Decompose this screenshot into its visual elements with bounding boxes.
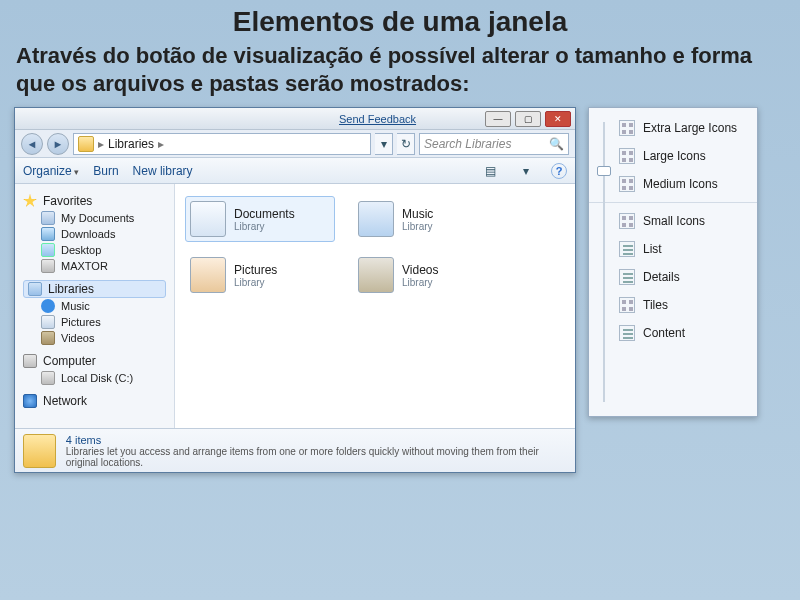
sidebar-item-label: My Documents <box>61 212 134 224</box>
sidebar-item-downloads[interactable]: Downloads <box>23 226 166 242</box>
details-icon <box>619 269 635 285</box>
library-name: Documents <box>234 207 295 221</box>
library-subtitle: Library <box>402 221 433 232</box>
view-size-slider[interactable] <box>597 118 611 406</box>
sidebar-item-label: Music <box>61 300 90 312</box>
content-icon <box>619 325 635 341</box>
sidebar-favorites-header[interactable]: Favorites <box>23 192 166 210</box>
view-option-extra-large-icons[interactable]: Extra Large Icons <box>615 114 753 142</box>
view-option-label: Tiles <box>643 298 668 312</box>
breadcrumb-sep: ▸ <box>98 137 104 151</box>
content-pane[interactable]: DocumentsLibrary MusicLibrary PicturesLi… <box>175 184 575 428</box>
refresh-button[interactable]: ↻ <box>397 133 415 155</box>
music-library-icon <box>358 201 394 237</box>
search-placeholder: Search Libraries <box>424 137 511 151</box>
sidebar-computer-header[interactable]: Computer <box>23 352 166 370</box>
network-icon <box>23 394 37 408</box>
desktop-icon <box>41 243 55 257</box>
drive-icon <box>41 259 55 273</box>
library-name: Pictures <box>234 263 277 277</box>
view-option-tiles[interactable]: Tiles <box>615 291 753 319</box>
view-option-label: List <box>643 242 662 256</box>
videos-icon <box>41 331 55 345</box>
folder-icon <box>78 136 94 152</box>
sidebar-item-my-documents[interactable]: My Documents <box>23 210 166 226</box>
view-option-content[interactable]: Content <box>615 319 753 347</box>
view-option-label: Details <box>643 270 680 284</box>
nav-back-button[interactable]: ◄ <box>21 133 43 155</box>
sidebar-item-desktop[interactable]: Desktop <box>23 242 166 258</box>
drive-icon <box>41 371 55 385</box>
tiles-icon <box>619 297 635 313</box>
address-bar[interactable]: ▸ Libraries ▸ <box>73 133 371 155</box>
favorites-label: Favorites <box>43 194 92 208</box>
view-option-label: Content <box>643 326 685 340</box>
search-icon: 🔍 <box>549 137 564 151</box>
send-feedback-link[interactable]: Send Feedback <box>339 113 416 125</box>
library-item-documents[interactable]: DocumentsLibrary <box>185 196 335 242</box>
sidebar-item-local-disk[interactable]: Local Disk (C:) <box>23 370 166 386</box>
videos-library-icon <box>358 257 394 293</box>
address-dropdown-button[interactable]: ▾ <box>375 133 393 155</box>
sidebar-item-label: Pictures <box>61 316 101 328</box>
library-subtitle: Library <box>402 277 438 288</box>
view-option-details[interactable]: Details <box>615 263 753 291</box>
maximize-button[interactable]: ▢ <box>515 111 541 127</box>
computer-label: Computer <box>43 354 96 368</box>
medium-icons-icon <box>619 176 635 192</box>
sidebar-item-music[interactable]: Music <box>23 298 166 314</box>
new-library-button[interactable]: New library <box>133 164 193 178</box>
sidebar-item-videos[interactable]: Videos <box>23 330 166 346</box>
view-option-label: Medium Icons <box>643 177 718 191</box>
slide-description: Através do botão de visualização é possí… <box>0 42 800 107</box>
view-mode-dropdown[interactable]: ▾ <box>515 162 537 180</box>
library-name: Music <box>402 207 433 221</box>
view-option-label: Large Icons <box>643 149 706 163</box>
slide-title: Elementos de uma janela <box>0 0 800 42</box>
sidebar-item-label: Videos <box>61 332 94 344</box>
nav-forward-button[interactable]: ► <box>47 133 69 155</box>
libraries-icon <box>28 282 42 296</box>
sidebar-item-label: Desktop <box>61 244 101 256</box>
view-option-list[interactable]: List <box>615 235 753 263</box>
view-mode-button[interactable]: ▤ <box>479 162 501 180</box>
folder-icon <box>23 434 56 468</box>
library-name: Videos <box>402 263 438 277</box>
library-item-music[interactable]: MusicLibrary <box>353 196 503 242</box>
libraries-label: Libraries <box>48 282 94 296</box>
help-button[interactable]: ? <box>551 163 567 179</box>
sidebar-libraries-header[interactable]: Libraries <box>23 280 166 298</box>
documents-library-icon <box>190 201 226 237</box>
large-icons-icon <box>619 148 635 164</box>
search-input[interactable]: Search Libraries 🔍 <box>419 133 569 155</box>
library-item-videos[interactable]: VideosLibrary <box>353 252 503 298</box>
view-option-small-icons[interactable]: Small Icons <box>615 207 753 235</box>
sidebar-item-label: Downloads <box>61 228 115 240</box>
breadcrumb-sep: ▸ <box>158 137 164 151</box>
pictures-library-icon <box>190 257 226 293</box>
breadcrumb-root[interactable]: Libraries <box>108 137 154 151</box>
view-option-label: Extra Large Icons <box>643 121 737 135</box>
library-subtitle: Library <box>234 277 277 288</box>
library-item-pictures[interactable]: PicturesLibrary <box>185 252 335 298</box>
address-bar-row: ◄ ► ▸ Libraries ▸ ▾ ↻ Search Libraries 🔍 <box>15 130 575 158</box>
view-option-medium-icons[interactable]: Medium Icons <box>615 170 753 198</box>
computer-icon <box>23 354 37 368</box>
status-bar: 4 items Libraries let you access and arr… <box>15 428 575 472</box>
close-button[interactable]: ✕ <box>545 111 571 127</box>
sidebar-item-label: Local Disk (C:) <box>61 372 133 384</box>
sidebar-item-label: MAXTOR <box>61 260 108 272</box>
organize-button[interactable]: Organize <box>23 164 79 178</box>
view-options-menu: Extra Large Icons Large Icons Medium Ico… <box>588 107 758 417</box>
sidebar-network-header[interactable]: Network <box>23 392 166 410</box>
minimize-button[interactable]: — <box>485 111 511 127</box>
sidebar-item-maxtor[interactable]: MAXTOR <box>23 258 166 274</box>
star-icon <box>23 194 37 208</box>
status-description: Libraries let you access and arrange ite… <box>66 446 567 468</box>
slider-thumb-icon[interactable] <box>597 166 611 176</box>
titlebar[interactable]: Send Feedback — ▢ ✕ <box>15 108 575 130</box>
sidebar-item-pictures[interactable]: Pictures <box>23 314 166 330</box>
extra-large-icons-icon <box>619 120 635 136</box>
burn-button[interactable]: Burn <box>93 164 118 178</box>
view-option-large-icons[interactable]: Large Icons <box>615 142 753 170</box>
